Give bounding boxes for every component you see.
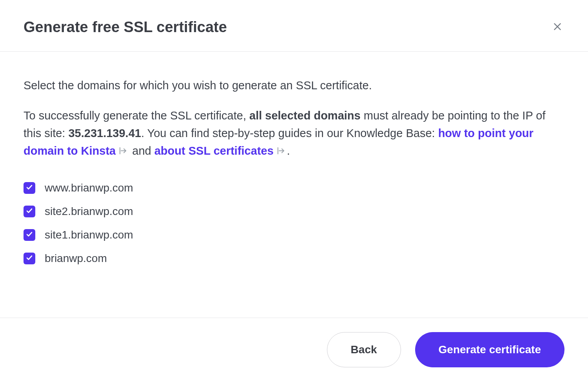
domain-label: site2.brianwp.com <box>45 205 133 218</box>
external-link-icon <box>276 146 285 155</box>
close-button[interactable] <box>550 20 564 34</box>
check-icon <box>26 184 33 192</box>
ip-address: 35.231.139.41 <box>68 127 141 139</box>
domain-checkbox[interactable] <box>24 229 35 241</box>
intro-text: Select the domains for which you wish to… <box>24 77 564 94</box>
domain-checkbox[interactable] <box>24 206 35 217</box>
link-separator: and <box>129 145 154 157</box>
link-ssl-about[interactable]: about SSL certificates <box>154 145 274 157</box>
ssl-modal: Generate free SSL certificate Select the… <box>0 0 588 383</box>
check-icon <box>26 207 33 215</box>
check-icon <box>26 254 33 262</box>
domain-label: brianwp.com <box>45 252 107 265</box>
modal-body: Select the domains for which you wish to… <box>0 52 588 318</box>
info-bold: all selected domains <box>249 109 361 122</box>
domain-row: site2.brianwp.com <box>24 205 564 218</box>
domain-row: www.brianwp.com <box>24 182 564 194</box>
modal-footer: Back Generate certificate <box>0 318 588 383</box>
generate-button[interactable]: Generate certificate <box>415 332 564 367</box>
check-icon <box>26 231 33 239</box>
info-suffix: . You can find step-by-step guides in ou… <box>141 127 438 139</box>
info-period: . <box>287 145 290 157</box>
back-button[interactable]: Back <box>327 332 401 367</box>
modal-header: Generate free SSL certificate <box>0 0 588 52</box>
domain-checkbox[interactable] <box>24 182 35 194</box>
modal-title: Generate free SSL certificate <box>24 19 227 36</box>
info-prefix: To successfully generate the SSL certifi… <box>24 109 249 122</box>
external-link-icon <box>118 146 127 155</box>
domain-row: brianwp.com <box>24 252 564 265</box>
domain-checkbox[interactable] <box>24 253 35 264</box>
domain-row: site1.brianwp.com <box>24 229 564 241</box>
domain-label: site1.brianwp.com <box>45 229 133 241</box>
domain-label: www.brianwp.com <box>45 182 133 194</box>
close-icon <box>552 22 563 33</box>
info-text: To successfully generate the SSL certifi… <box>24 107 564 160</box>
domain-list: www.brianwp.com site2.brianwp.com site1.… <box>24 182 564 265</box>
